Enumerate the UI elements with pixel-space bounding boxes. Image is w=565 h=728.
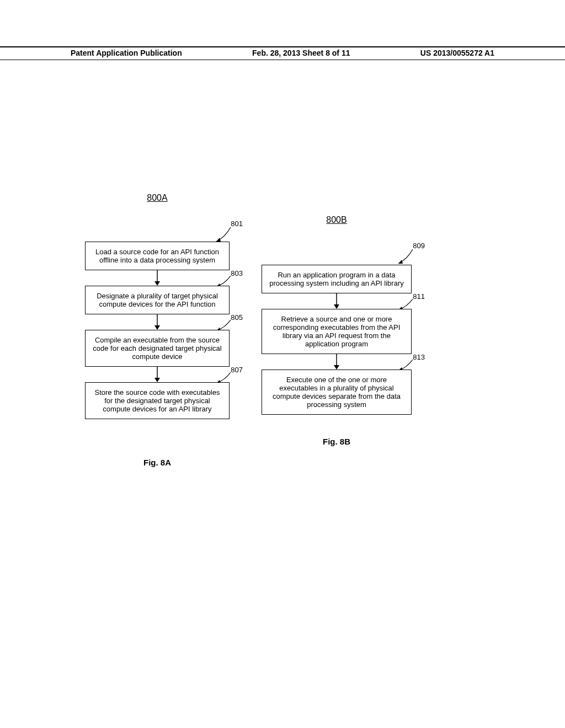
flowchart-800a: 800A 801 Load a source code for an API f… xyxy=(83,193,232,467)
ref-811: 811 xyxy=(413,292,425,301)
step-811-box: Retrieve a source and one or more corres… xyxy=(262,309,412,354)
arrow-down-icon: 807 xyxy=(83,367,232,382)
step-803-box: Designate a plurality of target physical… xyxy=(85,286,230,314)
arrow-down-icon: 811 xyxy=(259,293,414,309)
flowchart-b-title: 800B xyxy=(259,215,414,225)
ref-805: 805 xyxy=(231,313,243,322)
step-813-box: Execute one of the one or more executabl… xyxy=(262,370,412,415)
ref-813: 813 xyxy=(413,353,425,361)
ref-801: 801 xyxy=(231,220,243,228)
figure-8b-caption: Fig. 8B xyxy=(259,437,414,446)
leader-line-icon xyxy=(392,249,414,266)
figure-8a-caption: Fig. 8A xyxy=(83,458,232,467)
header-center: Feb. 28, 2013 Sheet 8 of 11 xyxy=(252,49,350,60)
step-807-box: Store the source code with executables f… xyxy=(85,382,230,419)
ref-807: 807 xyxy=(231,366,243,374)
arrow-down-icon: 805 xyxy=(83,314,232,330)
arrow-down-icon: 813 xyxy=(259,354,414,370)
arrow-down-icon: 803 xyxy=(83,270,232,286)
ref-803: 803 xyxy=(231,269,243,277)
ref-809: 809 xyxy=(413,242,425,250)
header-right: US 2013/0055272 A1 xyxy=(420,49,494,60)
step-805-box: Compile an executable from the source co… xyxy=(85,330,230,367)
step-801-box: Load a source code for an API function o… xyxy=(85,242,230,270)
flowchart-a-title: 800A xyxy=(83,193,232,203)
step-809-box: Run an application program in a data pro… xyxy=(262,265,412,293)
flowchart-800b: 800B 809 Run an application program in a… xyxy=(259,215,414,446)
header-left: Patent Application Publication xyxy=(71,49,182,60)
page-header: Patent Application Publication Feb. 28, … xyxy=(0,46,565,60)
